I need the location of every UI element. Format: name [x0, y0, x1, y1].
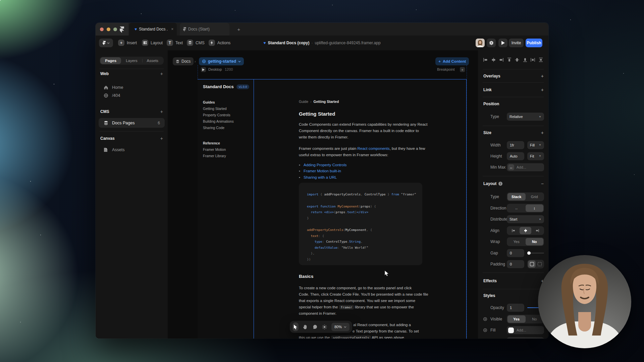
list-item-link[interactable]: •Framer Motion built-in: [299, 168, 426, 174]
new-tab-button[interactable]: +: [235, 25, 243, 33]
add-page-button[interactable]: +: [160, 71, 163, 76]
plus-icon: +: [438, 59, 441, 63]
wrap-no-option[interactable]: No: [526, 238, 544, 245]
item-count: 6: [158, 121, 160, 125]
color-swatch[interactable]: [508, 327, 514, 333]
preview-button[interactable]: [498, 39, 507, 47]
add-canvas-page-button[interactable]: +: [160, 136, 163, 141]
tab-docs-start[interactable]: Docs (Start): [180, 23, 229, 36]
breakpoint-device[interactable]: Desktop: [208, 67, 222, 71]
preview-breakpoint-button[interactable]: [201, 67, 206, 72]
grid-option[interactable]: Grid: [526, 193, 544, 200]
theme-toggle-button[interactable]: [322, 322, 328, 331]
zoom-level-dropdown[interactable]: 80%: [331, 323, 350, 331]
framer-home-icon[interactable]: [120, 26, 125, 32]
canvas-area[interactable]: Docs › getting-started + Add Content Des…: [168, 50, 478, 339]
minimize-window-button[interactable]: [107, 27, 110, 31]
overflow-select[interactable]: Visible▼: [507, 337, 544, 339]
add-overlay-button[interactable]: +: [541, 73, 544, 79]
cms-button[interactable]: CMS: [187, 40, 205, 46]
circle-plus-icon[interactable]: [483, 317, 487, 321]
collapse-layout-button[interactable]: −: [541, 181, 544, 186]
align-bottom-icon[interactable]: [523, 57, 528, 62]
list-item-link[interactable]: •Adding Property Controls: [299, 162, 426, 168]
circle-plus-icon[interactable]: [483, 328, 487, 332]
nav-item[interactable]: Building Animations: [203, 118, 254, 125]
tab-pages[interactable]: Pages: [100, 57, 121, 64]
breadcrumb-collection[interactable]: Docs: [173, 57, 194, 65]
gap-input[interactable]: 0: [507, 249, 524, 257]
add-content-button[interactable]: + Add Content: [435, 57, 469, 65]
sidebar-item-home[interactable]: Home: [99, 83, 165, 92]
stack-option[interactable]: Stack: [507, 193, 526, 200]
direction-vertical-icon[interactable]: ↕: [526, 204, 544, 212]
tab-assets[interactable]: Assets: [142, 57, 163, 64]
align-center-icon[interactable]: [520, 227, 532, 234]
align-center-horizontal-icon[interactable]: [491, 57, 496, 62]
align-top-icon[interactable]: [507, 57, 512, 62]
width-input[interactable]: 1fr: [507, 141, 524, 149]
collection-label: Docs: [181, 59, 191, 64]
distribute-horizontal-icon[interactable]: [530, 57, 535, 62]
add-collection-button[interactable]: +: [160, 109, 163, 114]
breadcrumb-page-dropdown[interactable]: getting-started: [199, 57, 244, 65]
nav-item[interactable]: Framer Motion: [203, 146, 254, 153]
list-item-link[interactable]: •Sharing with a URL: [299, 174, 426, 181]
gap-slider[interactable]: [527, 249, 544, 257]
position-type-select[interactable]: Relative▼: [507, 113, 544, 121]
opacity-input[interactable]: 1: [507, 304, 524, 312]
padding-per-side-icon[interactable]: [536, 260, 543, 268]
tab-layers[interactable]: Layers: [121, 57, 142, 64]
nav-item[interactable]: Getting Started: [203, 106, 254, 112]
doc-content-selected[interactable]: Guide › Getting Started Getting Started …: [254, 79, 467, 339]
select-tool-button[interactable]: [292, 322, 299, 331]
crumb-guide[interactable]: Guide: [299, 100, 308, 104]
align-left-icon[interactable]: [483, 57, 488, 62]
sidebar-item-docs-pages[interactable]: Docs Pages 6: [99, 118, 165, 128]
minmax-input[interactable]: ↔ Add...: [507, 163, 544, 171]
height-input[interactable]: Auto: [507, 152, 524, 160]
avatar[interactable]: [476, 39, 485, 47]
nav-item[interactable]: Framer Library: [203, 153, 254, 159]
settings-button[interactable]: [487, 39, 496, 47]
visible-yes-option[interactable]: Yes: [507, 315, 526, 323]
page-frame-desktop[interactable]: Standard Docs v1.0.0 Guides Getting Star…: [198, 79, 467, 339]
distribute-vertical-icon[interactable]: [538, 57, 543, 62]
close-tab-icon[interactable]: ×: [171, 27, 173, 32]
comment-tool-button[interactable]: [312, 322, 318, 331]
height-mode-select[interactable]: Fit▼: [527, 152, 544, 160]
padding-input[interactable]: 0: [507, 260, 524, 268]
sidebar-item-404[interactable]: /404: [99, 91, 165, 100]
section-effects: Effects+: [478, 273, 548, 289]
insert-button[interactable]: + Insert: [118, 40, 137, 46]
fill-input[interactable]: Add...: [507, 326, 544, 334]
layout-button[interactable]: Layout: [142, 40, 163, 46]
publish-button[interactable]: Publish: [526, 39, 542, 47]
pan-tool-button[interactable]: [302, 322, 308, 331]
sidebar-item-assets[interactable]: Assets: [99, 145, 165, 154]
width-mode-select[interactable]: Fill▼: [527, 141, 544, 149]
padding-uniform-icon[interactable]: [528, 260, 536, 268]
align-center-vertical-icon[interactable]: [515, 57, 520, 62]
text-button[interactable]: T Text: [167, 40, 183, 46]
nav-item[interactable]: Sharing Code: [203, 125, 254, 131]
align-right-icon[interactable]: [499, 57, 504, 62]
direction-horizontal-icon[interactable]: ↔: [507, 204, 526, 212]
link-list: •Adding Property Controls •Framer Motion…: [299, 162, 426, 181]
close-window-button[interactable]: [100, 27, 104, 31]
add-breakpoint-button[interactable]: +: [460, 67, 465, 72]
height-row: Height Auto Fit▼: [478, 150, 548, 162]
tab-standard-docs[interactable]: ♥ Standard Docs . ×: [129, 23, 177, 36]
wrap-yes-option[interactable]: Yes: [507, 238, 526, 245]
align-start-icon[interactable]: [507, 227, 520, 234]
framer-menu-button[interactable]: [99, 39, 113, 47]
distribute-select[interactable]: Start▼: [507, 215, 544, 223]
invite-button[interactable]: Invite: [509, 39, 524, 47]
align-end-icon[interactable]: [531, 227, 543, 234]
add-size-button[interactable]: +: [541, 130, 544, 135]
add-link-button[interactable]: +: [541, 87, 544, 93]
actions-button[interactable]: Actions: [209, 40, 230, 46]
zoom-window-button[interactable]: [113, 27, 117, 31]
nav-item[interactable]: Property Controls: [203, 112, 254, 118]
opacity-label: Opacity: [490, 305, 504, 310]
